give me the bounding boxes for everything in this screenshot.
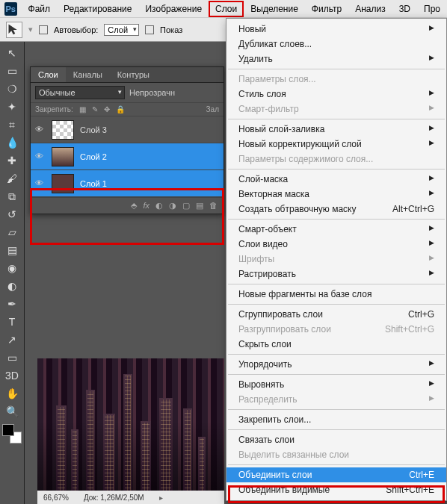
- panel-tab-2[interactable]: Контуры: [110, 67, 157, 82]
- menu-про[interactable]: Про: [417, 1, 447, 17]
- menu-item[interactable]: Связать слои: [226, 432, 446, 447]
- menu-редактирование[interactable]: Редактирование: [57, 1, 138, 17]
- menu-item-label: Слой-маска: [238, 174, 288, 184]
- panel-tab-0[interactable]: Слои: [31, 67, 66, 82]
- menu-separator: [228, 409, 445, 410]
- menu-item[interactable]: Объединить слоиCtrl+E: [226, 467, 446, 482]
- menu-item[interactable]: Новый слой-заливка▶: [226, 122, 446, 137]
- menu-item[interactable]: Слой-маска▶: [226, 172, 446, 187]
- layer-name[interactable]: Слой 1: [80, 179, 107, 188]
- menu-item[interactable]: Новый▶: [226, 22, 446, 37]
- menu-item[interactable]: Закрепить слои...: [226, 412, 446, 427]
- menu-item[interactable]: Новый корректирующий слой▶: [226, 137, 446, 152]
- menu-item[interactable]: Создать обтравочную маскуAlt+Ctrl+G: [226, 202, 446, 217]
- tool-wand[interactable]: ✦: [3, 99, 21, 115]
- link-icon[interactable]: ⬘: [131, 201, 137, 211]
- lock-position-icon[interactable]: ✥: [104, 105, 110, 113]
- tool-dodge[interactable]: ◐: [3, 278, 21, 294]
- tool-history[interactable]: ↺: [3, 206, 21, 223]
- tool-zoom[interactable]: 🔍: [3, 403, 21, 420]
- menu-item[interactable]: Смарт-объект▶: [226, 222, 446, 237]
- submenu-arrow-icon: ▶: [429, 104, 434, 114]
- menu-item[interactable]: Дубликат слоев...: [226, 37, 446, 52]
- menu-анализ[interactable]: Анализ: [348, 1, 392, 17]
- submenu-arrow-icon: ▶: [429, 359, 434, 370]
- show-transform-checkbox[interactable]: [145, 25, 154, 34]
- tool-blur[interactable]: ◉: [3, 260, 21, 276]
- shortcut-label: Shift+Ctrl+G: [385, 324, 434, 335]
- auto-select-dropdown[interactable]: Слой: [104, 24, 139, 36]
- tool-crop[interactable]: ⌗: [3, 116, 21, 133]
- group-icon[interactable]: ▢: [182, 201, 190, 211]
- layer-row[interactable]: 👁Слой 3: [31, 116, 223, 143]
- menu-item[interactable]: Удалить▶: [226, 52, 446, 66]
- menu-item-label: Выделить связанные слои: [238, 449, 349, 460]
- layer-row[interactable]: 👁Слой 1: [31, 170, 223, 197]
- mask-icon[interactable]: ◐: [155, 201, 163, 211]
- tool-3d[interactable]: 3D: [3, 367, 21, 384]
- blend-mode-select[interactable]: Обычные: [35, 86, 125, 99]
- menu-item[interactable]: Новые фрагменты на базе слоя: [226, 287, 446, 302]
- tool-eraser[interactable]: ▱: [3, 224, 21, 240]
- menu-item[interactable]: Упорядочить▶: [226, 357, 446, 372]
- fill-label: Зал: [206, 105, 219, 113]
- lock-transparency-icon[interactable]: ▦: [79, 105, 86, 113]
- panel-tab-1[interactable]: Каналы: [66, 67, 110, 82]
- lock-pixels-icon[interactable]: ✎: [92, 105, 98, 113]
- fx-icon[interactable]: fx: [143, 201, 149, 211]
- new-layer-icon[interactable]: ▤: [196, 201, 203, 211]
- submenu-arrow-icon: ▶: [429, 254, 434, 264]
- tool-indicator[interactable]: [6, 22, 22, 38]
- tool-move[interactable]: ↖: [3, 45, 21, 61]
- layer-thumbnail[interactable]: [52, 120, 74, 140]
- tool-hand[interactable]: ✋: [3, 385, 21, 402]
- layer-row[interactable]: 👁Слой 2: [31, 143, 223, 170]
- menu-файл[interactable]: Файл: [22, 1, 58, 17]
- visibility-icon[interactable]: 👁: [35, 125, 46, 135]
- adjustment-icon[interactable]: ◑: [169, 201, 176, 211]
- tool-stamp[interactable]: ⧉: [3, 188, 21, 205]
- trash-icon[interactable]: 🗑: [209, 201, 218, 211]
- tool-shape[interactable]: ▭: [3, 349, 21, 366]
- zoom-level[interactable]: 66,67%: [43, 494, 69, 502]
- menu-item[interactable]: Скрыть слои: [226, 337, 446, 352]
- tool-pen[interactable]: ✒: [3, 296, 21, 312]
- tool-heal[interactable]: ✚: [3, 152, 21, 169]
- canvas[interactable]: [37, 358, 224, 504]
- layer-name[interactable]: Слой 2: [80, 152, 107, 161]
- auto-select-checkbox[interactable]: [39, 25, 48, 34]
- menu-item[interactable]: Растрировать▶: [226, 267, 446, 281]
- lock-all-icon[interactable]: 🔒: [116, 105, 125, 113]
- menu-separator: [228, 354, 445, 355]
- tool-lasso[interactable]: ❍: [3, 81, 21, 97]
- submenu-arrow-icon: ▶: [429, 124, 434, 134]
- menu-item[interactable]: Выровнять▶: [226, 377, 446, 392]
- layer-thumbnail[interactable]: [52, 174, 74, 193]
- submenu-arrow-icon: ▶: [429, 189, 434, 199]
- visibility-icon[interactable]: 👁: [35, 152, 46, 162]
- menu-item[interactable]: Слои видео▶: [226, 237, 446, 252]
- tool-gradient[interactable]: ▤: [3, 242, 21, 258]
- menu-item[interactable]: Сгруппировать слоиCtrl+G: [226, 307, 446, 322]
- tool-type[interactable]: T: [3, 314, 21, 330]
- layer-thumbnail[interactable]: [52, 147, 74, 167]
- menu-3d[interactable]: 3D: [392, 1, 417, 17]
- color-swatches[interactable]: [2, 424, 22, 444]
- tool-marquee[interactable]: ▭: [3, 63, 21, 79]
- menu-item[interactable]: Стиль слоя▶: [226, 87, 446, 102]
- menu-item-label: Связать слои: [238, 435, 295, 445]
- menu-изображение[interactable]: Изображение: [138, 1, 209, 17]
- menu-item[interactable]: Векторная маска▶: [226, 187, 446, 202]
- tool-brush[interactable]: 🖌: [3, 170, 21, 187]
- menu-слои[interactable]: Слои: [209, 1, 244, 17]
- menu-фильтр[interactable]: Фильтр: [305, 1, 348, 17]
- tool-eyedrop[interactable]: 💧: [3, 134, 21, 151]
- tool-path[interactable]: ↗: [3, 332, 21, 348]
- menu-выделение[interactable]: Выделение: [244, 1, 305, 17]
- layer-name[interactable]: Слой 3: [80, 125, 107, 134]
- menubar: Ps ФайлРедактированиеИзображениеСлоиВыде…: [0, 0, 447, 18]
- visibility-icon[interactable]: 👁: [35, 178, 46, 189]
- menu-item[interactable]: Объединить видимыеShift+Ctrl+E: [226, 482, 446, 497]
- menu-item-label: Новый слой-заливка: [238, 124, 324, 134]
- menu-separator: [228, 304, 445, 305]
